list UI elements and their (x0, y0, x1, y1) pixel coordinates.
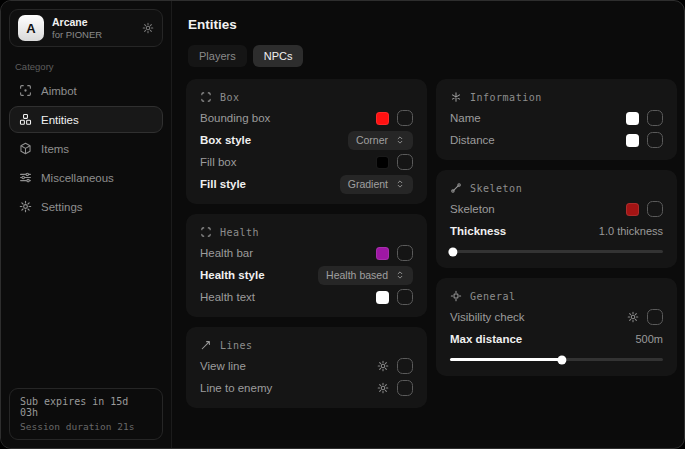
sidebar-item-settings[interactable]: Settings (9, 193, 163, 220)
sidebar-item-miscellaneous[interactable]: Miscellaneous (9, 164, 163, 191)
slider-thumb[interactable] (557, 355, 566, 364)
setting-row-health-bar: Health bar (200, 242, 413, 264)
app-window: A Arcane for PIONER Category Aimbot (0, 0, 685, 449)
setting-row-fill-box: Fill box (200, 151, 413, 173)
max-distance-value: 500m (635, 333, 663, 345)
app-title-block: Arcane for PIONER (52, 16, 102, 41)
card-skeleton: Skeleton Skeleton Thickness 1.0 thicknes… (436, 170, 677, 268)
setting-row-max-distance: Max distance 500m (450, 328, 663, 350)
setting-row-view-line: View line (200, 355, 413, 377)
asterisk-icon (450, 91, 462, 103)
color-swatch[interactable] (626, 112, 639, 125)
sidebar-item-label: Settings (41, 201, 83, 213)
sun-icon (450, 290, 462, 302)
setting-row-bounding-box: Bounding box (200, 107, 413, 129)
card-lines-header: Lines (200, 337, 413, 353)
checkbox-line-to-enemy[interactable] (397, 380, 413, 396)
sliders-icon (19, 171, 32, 184)
checkbox-name[interactable] (647, 110, 663, 126)
slider-thumb[interactable] (449, 247, 458, 256)
setting-row-name: Name (450, 107, 663, 129)
card-skeleton-header: Skeleton (450, 180, 663, 196)
gear-icon[interactable] (377, 382, 389, 394)
sidebar: A Arcane for PIONER Category Aimbot (1, 1, 172, 448)
setting-row-health-style: Health style Health based (200, 264, 413, 286)
card-box-header: Box (200, 89, 413, 105)
tab-bar: Players NPCs (188, 45, 677, 67)
checkbox-skeleton[interactable] (647, 201, 663, 217)
sidebar-item-aimbot[interactable]: Aimbot (9, 77, 163, 104)
app-name: Arcane (52, 16, 102, 29)
fill-style-dropdown[interactable]: Gradient (340, 175, 413, 194)
card-information: Information Name Distance (436, 79, 677, 160)
gear-icon (19, 200, 32, 213)
card-information-header: Information (450, 89, 663, 105)
card-general: General Visibility check (436, 278, 677, 376)
app-logo: A (18, 15, 44, 41)
unfold-icon (395, 135, 405, 145)
brackets-icon (200, 226, 212, 238)
sidebar-item-items[interactable]: Items (9, 135, 163, 162)
color-swatch[interactable] (376, 247, 389, 260)
bone-icon (450, 182, 462, 194)
card-box: Box Bounding box Box style Corner (186, 79, 427, 204)
app-header: A Arcane for PIONER (9, 9, 163, 47)
color-swatch[interactable] (626, 203, 639, 216)
page-title: Entities (188, 17, 677, 32)
entities-icon (19, 113, 32, 126)
color-swatch[interactable] (376, 291, 389, 304)
checkbox-distance[interactable] (647, 132, 663, 148)
checkbox-fill-box[interactable] (397, 154, 413, 170)
sidebar-item-label: Aimbot (41, 85, 77, 97)
thickness-value: 1.0 thickness (599, 225, 663, 237)
card-general-header: General (450, 288, 663, 304)
setting-row-box-style: Box style Corner (200, 129, 413, 151)
checkbox-bounding-box[interactable] (397, 110, 413, 126)
checkbox-health-text[interactable] (397, 289, 413, 305)
crosshair-icon (19, 84, 32, 97)
gear-icon[interactable] (377, 360, 389, 372)
session-duration-text: Session duration 21s (20, 421, 152, 432)
tab-npcs[interactable]: NPCs (253, 45, 304, 67)
box-style-dropdown[interactable]: Corner (348, 131, 413, 150)
cube-icon (19, 142, 32, 155)
sidebar-item-label: Miscellaneous (41, 172, 114, 184)
card-health-header: Health (200, 224, 413, 240)
max-distance-slider[interactable] (450, 358, 663, 361)
setting-row-line-to-enemy: Line to enemy (200, 377, 413, 399)
card-lines: Lines View line (186, 327, 427, 408)
sidebar-item-label: Entities (41, 114, 79, 126)
setting-row-thickness: Thickness 1.0 thickness (450, 220, 663, 242)
tab-players[interactable]: Players (188, 45, 247, 67)
sidebar-item-entities[interactable]: Entities (9, 106, 163, 133)
thickness-slider[interactable] (450, 250, 663, 253)
line-arrow-icon (200, 339, 212, 351)
sidebar-item-label: Items (41, 143, 69, 155)
card-health: Health Health bar Health style Health ba… (186, 214, 427, 317)
gear-icon[interactable] (627, 311, 639, 323)
setting-row-visibility-check: Visibility check (450, 306, 663, 328)
unfold-icon (395, 270, 405, 280)
main-content: Entities Players NPCs Box Bounding box (172, 1, 685, 448)
unfold-icon (395, 179, 405, 189)
health-style-dropdown[interactable]: Health based (318, 266, 413, 285)
setting-row-health-text: Health text (200, 286, 413, 308)
gear-icon[interactable] (142, 22, 154, 34)
checkbox-health-bar[interactable] (397, 245, 413, 261)
app-subtitle: for PIONER (52, 29, 102, 41)
color-swatch[interactable] (376, 156, 389, 169)
color-swatch[interactable] (626, 134, 639, 147)
sub-expiry-text: Sub expires in 15d 03h (20, 396, 152, 418)
checkbox-visibility-check[interactable] (647, 309, 663, 325)
subscription-info: Sub expires in 15d 03h Session duration … (9, 388, 163, 440)
category-label: Category (15, 61, 157, 72)
setting-row-skeleton: Skeleton (450, 198, 663, 220)
setting-row-distance: Distance (450, 129, 663, 151)
color-swatch[interactable] (376, 112, 389, 125)
checkbox-view-line[interactable] (397, 358, 413, 374)
setting-row-fill-style: Fill style Gradient (200, 173, 413, 195)
brackets-icon (200, 91, 212, 103)
